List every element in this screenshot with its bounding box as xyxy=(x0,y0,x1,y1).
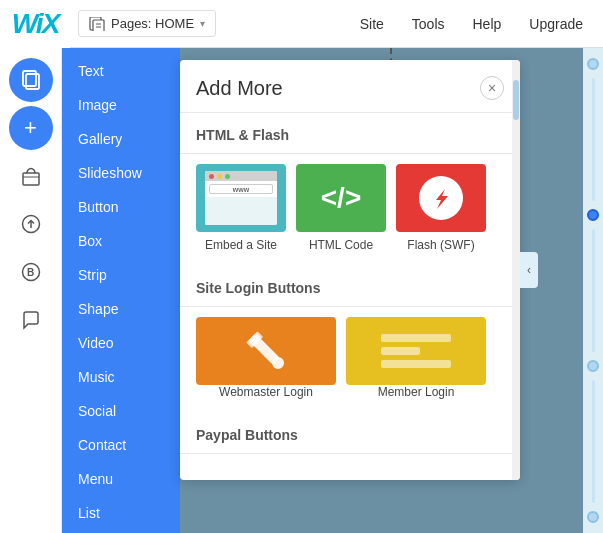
pages-sidebar-btn[interactable] xyxy=(9,58,53,102)
panel-scrollbar-thumb xyxy=(513,80,519,120)
menu-item-gallery[interactable]: Gallery xyxy=(62,122,180,156)
panel-header: Add More × xyxy=(180,60,520,113)
menu-item-shape[interactable]: Shape xyxy=(62,292,180,326)
upload-sidebar-icon xyxy=(20,213,42,235)
menu-item-image[interactable]: Image xyxy=(62,88,180,122)
right-slider xyxy=(583,48,603,533)
wix-logo: WiX xyxy=(0,0,70,48)
nav-site[interactable]: Site xyxy=(360,16,384,32)
blog-sidebar-btn[interactable]: B xyxy=(9,250,53,294)
flash-swf-label: Flash (SWF) xyxy=(407,238,474,252)
nav-upgrade[interactable]: Upgrade xyxy=(529,16,583,32)
html-code-item[interactable]: </> HTML Code xyxy=(296,164,386,252)
top-nav: Site Tools Help Upgrade xyxy=(360,16,603,32)
chat-sidebar-btn[interactable] xyxy=(9,298,53,342)
menu-sidebar: Text Image Gallery Slideshow Button Box … xyxy=(62,48,180,533)
left-icon-sidebar: + B xyxy=(0,48,62,533)
html-code-symbol: </> xyxy=(321,182,361,214)
slider-track-3 xyxy=(592,380,595,503)
flash-swf-thumb xyxy=(396,164,486,232)
dot-red xyxy=(209,174,214,179)
section-login-title: Site Login Buttons xyxy=(180,266,520,307)
html-code-label: HTML Code xyxy=(309,238,373,252)
member-login-label: Member Login xyxy=(378,385,455,399)
slider-track-2 xyxy=(592,229,595,352)
panel-scrollbar[interactable] xyxy=(512,60,520,480)
menu-item-strip[interactable]: Strip xyxy=(62,258,180,292)
embed-site-item[interactable]: www Embed a Site xyxy=(196,164,286,252)
add-sidebar-icon: + xyxy=(24,117,37,139)
upload-sidebar-btn[interactable] xyxy=(9,202,53,246)
webmaster-login-thumb xyxy=(196,317,336,385)
flash-icon xyxy=(419,176,463,220)
add-sidebar-btn[interactable]: + xyxy=(9,106,53,150)
nav-help[interactable]: Help xyxy=(473,16,502,32)
section-paypal-title: Paypal Buttons xyxy=(180,413,520,454)
panel-close-button[interactable]: × xyxy=(480,76,504,100)
member-card xyxy=(381,334,451,368)
embed-address-bar: www xyxy=(209,184,273,194)
card-line-3 xyxy=(381,360,451,368)
svg-rect-1 xyxy=(93,20,104,31)
slider-dot-2[interactable] xyxy=(587,209,599,221)
menu-item-contact[interactable]: Contact xyxy=(62,428,180,462)
html-code-thumb: </> xyxy=(296,164,386,232)
store-sidebar-btn[interactable] xyxy=(9,154,53,198)
menu-item-box[interactable]: Box xyxy=(62,224,180,258)
dot-yellow xyxy=(217,174,222,179)
nav-tools[interactable]: Tools xyxy=(412,16,445,32)
panel-collapse-button[interactable]: ‹ xyxy=(520,252,538,288)
pages-button[interactable]: Pages: HOME ▾ xyxy=(78,10,216,37)
menu-item-list[interactable]: List xyxy=(62,496,180,530)
wix-logo-text: WiX xyxy=(12,8,59,40)
menu-item-video[interactable]: Video xyxy=(62,326,180,360)
pages-sidebar-icon xyxy=(20,69,42,91)
webmaster-login-item[interactable]: Webmaster Login xyxy=(196,317,336,399)
login-items-grid: Webmaster Login Member Login xyxy=(180,317,520,403)
main-area: Add More × HTML & Flash www xyxy=(180,48,603,533)
menu-item-button[interactable]: Button xyxy=(62,190,180,224)
svg-rect-6 xyxy=(23,173,39,185)
add-more-panel: Add More × HTML & Flash www xyxy=(180,60,520,480)
pages-copy-icon xyxy=(89,17,105,31)
slider-dot-3[interactable] xyxy=(587,360,599,372)
panel-title: Add More xyxy=(196,77,283,100)
pages-chevron-icon: ▾ xyxy=(200,18,205,29)
member-login-thumb xyxy=(346,317,486,385)
slider-track xyxy=(592,78,595,201)
card-line-2 xyxy=(381,347,420,355)
menu-item-menu[interactable]: Menu xyxy=(62,462,180,496)
chevron-left-icon: ‹ xyxy=(527,263,531,277)
embed-content-area xyxy=(205,197,277,225)
card-line-1 xyxy=(381,334,451,342)
webmaster-login-label: Webmaster Login xyxy=(219,385,313,399)
menu-item-slideshow[interactable]: Slideshow xyxy=(62,156,180,190)
embed-site-thumb: www xyxy=(196,164,286,232)
dot-green xyxy=(225,174,230,179)
blog-sidebar-icon: B xyxy=(20,261,42,283)
html-flash-grid: www Embed a Site </> HTML Code xyxy=(180,164,520,256)
svg-text:B: B xyxy=(27,267,34,278)
store-sidebar-icon xyxy=(20,165,42,187)
menu-item-music[interactable]: Music xyxy=(62,360,180,394)
embed-site-label: Embed a Site xyxy=(205,238,277,252)
chat-sidebar-icon xyxy=(20,309,42,331)
wrench-svg-icon xyxy=(241,326,291,376)
top-bar: WiX Pages: HOME ▾ Site Tools Help Upgrad… xyxy=(0,0,603,48)
menu-item-text[interactable]: Text xyxy=(62,54,180,88)
section-html-flash-title: HTML & Flash xyxy=(180,113,520,154)
menu-item-social[interactable]: Social xyxy=(62,394,180,428)
slider-dot-1[interactable] xyxy=(587,58,599,70)
member-login-item[interactable]: Member Login xyxy=(346,317,486,399)
slider-dot-4[interactable] xyxy=(587,511,599,523)
flash-swf-item[interactable]: Flash (SWF) xyxy=(396,164,486,252)
pages-label: Pages: HOME xyxy=(111,16,194,31)
